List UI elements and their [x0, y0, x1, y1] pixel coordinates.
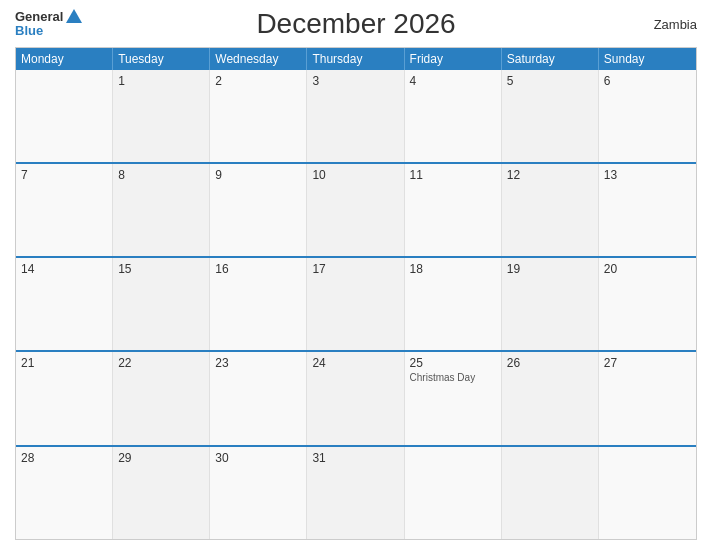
day-cell-7: 7: [16, 164, 113, 256]
day-cell-11: 11: [405, 164, 502, 256]
day-cell-15: 15: [113, 258, 210, 350]
day-cell-10: 10: [307, 164, 404, 256]
day-cell-25: 25 Christmas Day: [405, 352, 502, 444]
day-cell-26: 26: [502, 352, 599, 444]
day-cell-19: 19: [502, 258, 599, 350]
day-cell-9: 9: [210, 164, 307, 256]
week-row-2: 7 8 9 10 11 12 13: [16, 162, 696, 256]
week-row-3: 14 15 16 17 18 19 20: [16, 256, 696, 350]
calendar-title: December 2026: [256, 8, 455, 40]
header-tuesday: Tuesday: [113, 48, 210, 70]
day-cell-empty-32: [405, 447, 502, 539]
header-wednesday: Wednesday: [210, 48, 307, 70]
header-monday: Monday: [16, 48, 113, 70]
day-cell-30: 30: [210, 447, 307, 539]
day-cell-5: 5: [502, 70, 599, 162]
day-cell-2: 2: [210, 70, 307, 162]
header-saturday: Saturday: [502, 48, 599, 70]
day-cell-empty-34: [599, 447, 696, 539]
day-cell-empty: [16, 70, 113, 162]
day-cell-27: 27: [599, 352, 696, 444]
day-cell-14: 14: [16, 258, 113, 350]
day-cell-21: 21: [16, 352, 113, 444]
day-cell-6: 6: [599, 70, 696, 162]
day-cell-12: 12: [502, 164, 599, 256]
week-row-4: 21 22 23 24 25 Christmas Day 26 27: [16, 350, 696, 444]
day-cell-22: 22: [113, 352, 210, 444]
week-row-5: 28 29 30 31: [16, 445, 696, 539]
day-cell-17: 17: [307, 258, 404, 350]
day-cell-13: 13: [599, 164, 696, 256]
day-cell-8: 8: [113, 164, 210, 256]
christmas-day-event: Christmas Day: [410, 372, 496, 383]
day-cell-24: 24: [307, 352, 404, 444]
day-cell-20: 20: [599, 258, 696, 350]
day-cell-empty-33: [502, 447, 599, 539]
day-cell-4: 4: [405, 70, 502, 162]
logo-general-text: General: [15, 10, 63, 24]
country-label: Zambia: [654, 17, 697, 32]
day-headers-row: Monday Tuesday Wednesday Thursday Friday…: [16, 48, 696, 70]
logo-triangle-icon: [66, 9, 82, 23]
day-cell-18: 18: [405, 258, 502, 350]
header: General Blue December 2026 Zambia: [15, 10, 697, 39]
calendar-grid: Monday Tuesday Wednesday Thursday Friday…: [15, 47, 697, 540]
weeks-container: 1 2 3 4 5 6 7 8 9 10 11 12 13 14 15 16: [16, 70, 696, 539]
day-cell-1: 1: [113, 70, 210, 162]
day-cell-23: 23: [210, 352, 307, 444]
logo: General Blue: [15, 10, 82, 39]
header-thursday: Thursday: [307, 48, 404, 70]
day-cell-16: 16: [210, 258, 307, 350]
calendar-page: General Blue December 2026 Zambia Monday…: [0, 0, 712, 550]
logo-blue-text: Blue: [15, 24, 43, 38]
header-friday: Friday: [405, 48, 502, 70]
header-sunday: Sunday: [599, 48, 696, 70]
day-cell-29: 29: [113, 447, 210, 539]
week-row-1: 1 2 3 4 5 6: [16, 70, 696, 162]
day-cell-28: 28: [16, 447, 113, 539]
day-cell-3: 3: [307, 70, 404, 162]
day-cell-31: 31: [307, 447, 404, 539]
